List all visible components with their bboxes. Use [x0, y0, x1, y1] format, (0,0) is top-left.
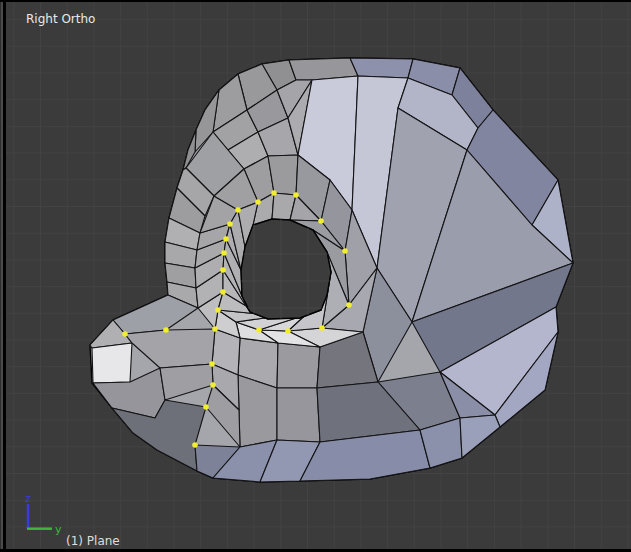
- y-axis-label: y: [55, 523, 62, 536]
- window-edge-top: [0, 0, 631, 2]
- object-info-label: (1) Plane: [66, 534, 120, 548]
- z-axis-label: z: [25, 492, 31, 505]
- viewport-label: Right Ortho: [26, 12, 95, 26]
- blender-3d-viewport[interactable]: Right Ortho z y (1) Plane: [0, 0, 631, 552]
- window-edge-left: [1, 0, 3, 552]
